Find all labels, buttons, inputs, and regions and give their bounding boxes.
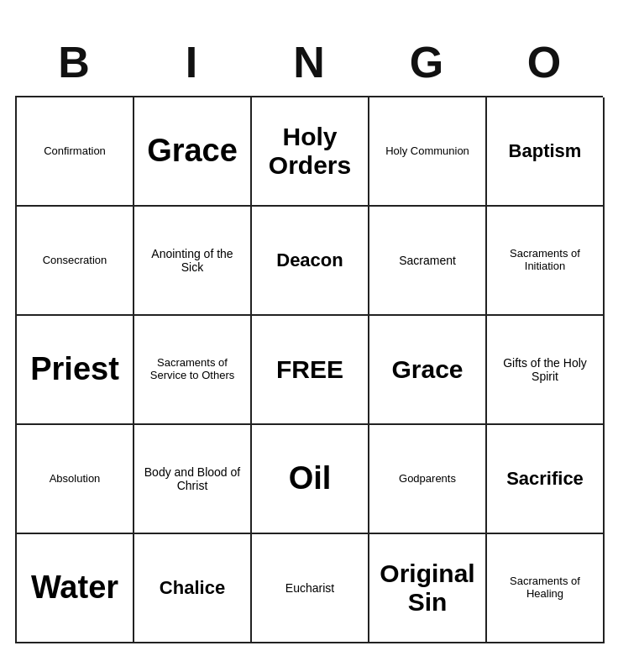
header-letter-N: N — [259, 37, 359, 87]
cell-text-r2-c3: Grace — [391, 355, 463, 385]
bingo-board: BINGO ConfirmationGraceHoly OrdersHoly C… — [15, 29, 603, 643]
cell-text-r4-c0: Water — [31, 570, 118, 606]
cell-text-r1-c3: Sacrament — [399, 254, 456, 267]
cell-r0-c0: Confirmation — [17, 97, 134, 207]
cell-text-r0-c4: Baptism — [509, 140, 582, 161]
cell-r4-c3: Original Sin — [369, 534, 487, 643]
cell-text-r1-c1: Anointing of the Sick — [139, 247, 245, 274]
cell-text-r0-c1: Grace — [147, 133, 238, 170]
cell-text-r3-c0: Absolution — [50, 473, 101, 486]
cell-text-r1-c2: Deacon — [276, 249, 343, 270]
cell-r2-c4: Gifts of the Holy Spirit — [487, 316, 605, 425]
cell-r1-c4: Sacraments of Initiation — [487, 207, 605, 316]
cell-r4-c4: Sacraments of Healing — [487, 534, 605, 643]
cell-r3-c2: Oil — [252, 425, 369, 534]
header-letter-O: O — [494, 37, 594, 87]
cell-text-r2-c2: FREE — [276, 355, 343, 385]
cell-r2-c0: Priest — [17, 316, 134, 425]
cell-r1-c2: Deacon — [252, 207, 369, 316]
cell-text-r3-c2: Oil — [289, 460, 332, 497]
cell-r0-c1: Grace — [134, 97, 252, 207]
cell-text-r0-c2: Holy Orders — [257, 123, 363, 181]
cell-r2-c1: Sacraments of Service to Others — [134, 316, 252, 425]
cell-r0-c4: Baptism — [487, 97, 605, 207]
cell-r4-c1: Chalice — [134, 534, 252, 643]
cell-text-r2-c0: Priest — [30, 351, 119, 388]
cell-r0-c3: Holy Communion — [369, 97, 487, 207]
cell-text-r1-c0: Consecration — [43, 255, 107, 267]
cell-text-r4-c3: Original Sin — [374, 559, 480, 617]
cell-text-r4-c1: Chalice — [160, 577, 225, 598]
cell-r1-c3: Sacrament — [369, 207, 487, 316]
header-letter-G: G — [376, 37, 477, 87]
cell-text-r3-c1: Body and Blood of Christ — [139, 465, 245, 492]
cell-r3-c1: Body and Blood of Christ — [134, 425, 252, 534]
cell-r1-c0: Consecration — [17, 207, 134, 316]
cell-r0-c2: Holy Orders — [252, 97, 369, 207]
cell-text-r2-c1: Sacraments of Service to Others — [139, 357, 245, 382]
cell-text-r2-c4: Gifts of the Holy Spirit — [492, 356, 598, 383]
cell-r3-c4: Sacrifice — [487, 425, 605, 534]
cell-text-r4-c2: Eucharist — [285, 581, 334, 595]
header-letter-I: I — [141, 37, 242, 87]
header-letter-B: B — [24, 37, 124, 87]
cell-text-r0-c3: Holy Communion — [385, 145, 469, 158]
cell-r3-c3: Godparents — [369, 425, 487, 534]
cell-text-r1-c4: Sacraments of Initiation — [492, 248, 598, 273]
cell-text-r3-c4: Sacrifice — [506, 468, 584, 489]
cell-r3-c0: Absolution — [17, 425, 134, 534]
cell-text-r4-c4: Sacraments of Healing — [492, 575, 598, 601]
cell-r2-c2: FREE — [252, 316, 369, 425]
bingo-grid: ConfirmationGraceHoly OrdersHoly Communi… — [15, 96, 603, 643]
cell-r2-c3: Grace — [369, 316, 487, 425]
bingo-header: BINGO — [15, 29, 603, 96]
cell-r4-c2: Eucharist — [252, 534, 369, 643]
cell-text-r3-c3: Godparents — [399, 473, 456, 486]
cell-text-r0-c0: Confirmation — [44, 145, 106, 158]
cell-r4-c0: Water — [17, 534, 134, 643]
cell-r1-c1: Anointing of the Sick — [134, 207, 252, 316]
